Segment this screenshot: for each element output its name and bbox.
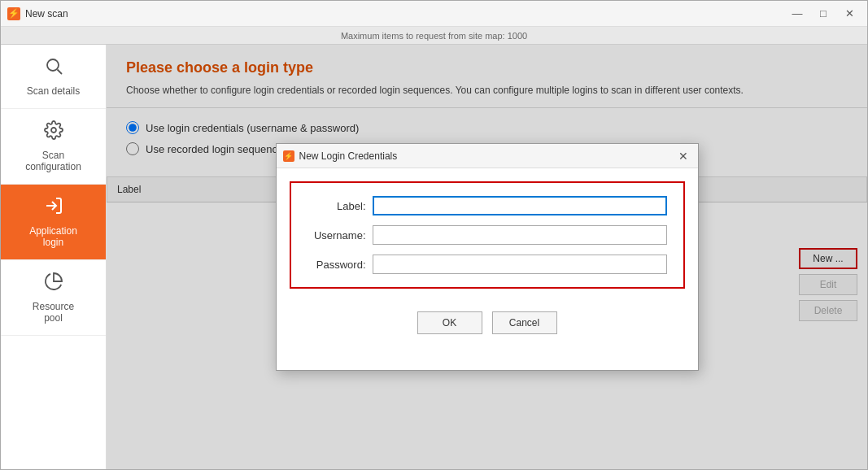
- sidebar-item-application-login-label: Application login: [29, 225, 77, 248]
- resource-pool-icon: [44, 272, 63, 296]
- window-controls: — □ ✕: [786, 5, 861, 23]
- modal-title: New Login Credentials: [299, 150, 670, 162]
- main-area: Scan details Scan configuration: [1, 45, 867, 469]
- cancel-button[interactable]: Cancel: [492, 311, 557, 334]
- sidebar-item-scan-configuration[interactable]: Scan configuration: [1, 109, 106, 185]
- username-input[interactable]: [373, 225, 667, 245]
- label-field-label: Label:: [308, 200, 373, 212]
- main-window: ⚡ New scan — □ ✕ Maximum items to reques…: [0, 0, 868, 470]
- sidebar-item-resource-pool-label: Resource pool: [33, 301, 74, 324]
- sidebar-item-scan-details-label: Scan details: [27, 85, 80, 97]
- svg-point-2: [51, 128, 56, 133]
- modal-icon: ⚡: [283, 150, 294, 162]
- scan-configuration-icon: [44, 120, 63, 145]
- new-login-credentials-dialog: ⚡ New Login Credentials ✕ Label: Usernam…: [276, 143, 699, 371]
- sidebar: Scan details Scan configuration: [1, 45, 107, 469]
- label-input[interactable]: [373, 196, 667, 215]
- sidebar-item-application-login[interactable]: Application login: [1, 185, 106, 260]
- content-area: Please choose a login type Choose whethe…: [107, 45, 867, 469]
- title-bar: ⚡ New scan — □ ✕: [1, 1, 867, 27]
- app-icon: ⚡: [7, 7, 20, 20]
- ok-button[interactable]: OK: [417, 311, 482, 334]
- username-field-label: Username:: [308, 229, 373, 242]
- modal-title-bar: ⚡ New Login Credentials ✕: [277, 144, 698, 168]
- svg-point-0: [47, 59, 59, 71]
- username-field-row: Username:: [308, 225, 667, 245]
- window-title: New scan: [25, 8, 786, 20]
- svg-line-1: [57, 70, 62, 75]
- password-input[interactable]: [373, 255, 667, 274]
- password-field-row: Password:: [308, 255, 667, 274]
- scan-details-icon: [44, 56, 63, 81]
- sidebar-item-scan-configuration-label: Scan configuration: [25, 150, 81, 172]
- top-banner: Maximum items to request from site map: …: [1, 27, 867, 45]
- password-field-label: Password:: [308, 259, 373, 271]
- modal-overlay: ⚡ New Login Credentials ✕ Label: Usernam…: [107, 45, 867, 469]
- sidebar-item-scan-details[interactable]: Scan details: [1, 45, 106, 109]
- maximize-button[interactable]: □: [812, 5, 835, 23]
- close-button[interactable]: ✕: [838, 5, 861, 23]
- minimize-button[interactable]: —: [786, 5, 809, 23]
- application-login-icon: [44, 196, 63, 220]
- sidebar-item-resource-pool[interactable]: Resource pool: [1, 260, 106, 336]
- modal-close-button[interactable]: ✕: [675, 148, 691, 164]
- modal-fields-box: Label: Username: Password:: [290, 181, 685, 289]
- label-field-row: Label:: [308, 196, 667, 215]
- modal-footer: OK Cancel: [277, 302, 698, 349]
